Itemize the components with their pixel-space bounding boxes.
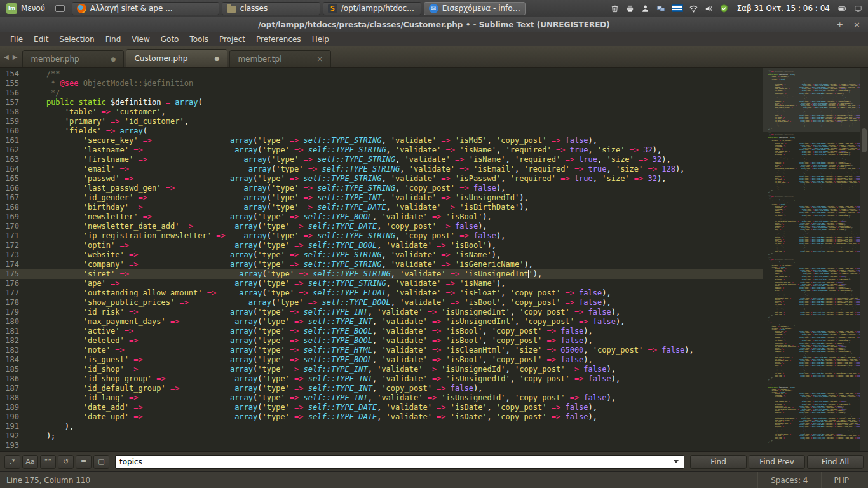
code-line-159[interactable]: 159 'primary' => 'id_customer', [0,117,763,126]
code-line-190[interactable]: 190 'date_upd' => array('type' => self::… [0,412,763,422]
battery-icon[interactable] [837,4,848,13]
search-combobox[interactable] [115,455,684,469]
whole-word-toggle-icon[interactable]: “” [40,455,56,469]
code-line-189[interactable]: 189 'date_add' => array('type' => self::… [0,403,763,412]
trash-icon[interactable] [610,4,620,13]
code-line-165[interactable]: 165 'passwd' => array('type' => self::TY… [0,174,763,184]
regex-toggle-icon[interactable]: .* [4,455,20,469]
code-line-180[interactable]: 180 'max_payment_days' => array('type' =… [0,317,763,327]
highlight-matches-toggle-icon[interactable]: ▢ [93,455,109,469]
tab-forward-button[interactable]: ▶ [13,53,18,60]
menu-help[interactable]: Help [307,34,334,45]
code-line-161[interactable]: 161 'secure_key' => array('type' => self… [0,136,763,146]
close-button[interactable]: × [853,20,860,29]
dirty-dot-icon[interactable]: ● [215,55,220,62]
code-line-166[interactable]: 166 'last_passwd_gen' => array('type' =>… [0,184,763,193]
menu-project[interactable]: Project [214,34,250,45]
volume-icon[interactable] [704,4,714,13]
close-tab-icon[interactable]: × [316,55,323,64]
code-line-192[interactable]: 192 ); [0,431,763,441]
minimize-button[interactable]: – [822,20,827,29]
taskbar-window-files[interactable]: classes [222,2,320,15]
code-line-175[interactable]: 175 'siret' => array('type' => self::TYP… [0,269,763,279]
code-line-154[interactable]: 154 /** [0,69,763,79]
code-line-186[interactable]: 186 'id_shop_group' => array('type' => s… [0,374,763,384]
code-line-185[interactable]: 185 'id_shop' => array('type' => self::T… [0,365,763,374]
taskbar-window-mail[interactable]: Εισερχόμενα - info@... [424,2,526,15]
code-line-163[interactable]: 163 'firstname' => array('type' => self:… [0,155,763,165]
find-all-button[interactable]: Find All [807,455,864,469]
code-line-193[interactable]: 193 [0,441,763,451]
case-sensitive-toggle-icon[interactable]: Aa [22,455,38,469]
menu-tools[interactable]: Tools [184,34,214,45]
code-line-172[interactable]: 172 'optin' => array('type' => self::TYP… [0,241,763,250]
code-line-169[interactable]: 169 'newsletter' => array('type' => self… [0,212,763,222]
tab-member-tpl[interactable]: member.tpl × [229,50,331,67]
code-line-170[interactable]: 170 'newsletter_date_add' => array('type… [0,222,763,231]
minimap[interactable]: /** * @see ObjectModel::$definition */ p… [763,68,860,451]
code-line-171[interactable]: 171 'ip_registration_newsletter' => arra… [0,231,763,241]
code-line-174[interactable]: 174 'company' => array('type' => self::T… [0,260,763,269]
minimap-viewport[interactable] [763,68,860,132]
code-line-183[interactable]: 183 'note' => array('type' => self::TYPE… [0,346,763,355]
shield-icon[interactable] [719,4,729,13]
code-line-179[interactable]: 179 'id_risk' => array('type' => self::T… [0,308,763,317]
tab-customer-php[interactable]: Customer.php ● [126,49,227,67]
wifi-icon[interactable] [689,4,698,13]
clock[interactable]: Σαβ 31 Οκτ, 15 : 06 : 04 [735,4,832,13]
code-line-181[interactable]: 181 'active' => array('type' => self::TY… [0,327,763,336]
show-desktop-button[interactable] [51,0,69,17]
printer-icon[interactable] [625,4,635,13]
desktop-panel: Μενού Αλλαγή siret & ape ... classes /op… [0,0,868,17]
title-bar[interactable]: /opt/lampp/htdocs/presta/classes/Custome… [0,17,868,32]
code-line-156[interactable]: 156 */ [0,88,763,98]
code-line-191[interactable]: 191 ), [0,422,763,431]
code-line-177[interactable]: 177 'outstanding_allow_amount' => array(… [0,288,763,298]
code-line-158[interactable]: 158 'table' => 'customer', [0,107,763,117]
vertical-scrollbar[interactable] [860,68,868,451]
syntax-mode[interactable]: PHP [821,472,862,488]
code-line-168[interactable]: 168 'birthday' => array('type' => self::… [0,203,763,212]
keyboard-layout-greek-icon[interactable] [672,4,683,12]
code-line-182[interactable]: 182 'deleted' => array('type' => self::T… [0,336,763,346]
code-line-176[interactable]: 176 'ape' => array('type' => self::TYPE_… [0,279,763,288]
find-button[interactable]: Find [690,455,747,469]
code-line-184[interactable]: 184 'is_guest' => array('type' => self::… [0,355,763,365]
code-line-178[interactable]: 178 'show_public_prices' => array('type'… [0,298,763,308]
maximize-button[interactable]: + [836,20,843,29]
menu-edit[interactable]: Edit [29,34,53,45]
menu-goto[interactable]: Goto [156,34,184,45]
code-area[interactable]: 154 /**155 * @see ObjectModel::$definiti… [0,68,763,451]
wrap-toggle-icon[interactable]: ↺ [58,455,74,469]
tab-back-button[interactable]: ◀ [4,53,9,60]
code-line-188[interactable]: 188 'id_lang' => array('type' => self::T… [0,393,763,403]
code-line-157[interactable]: 157 public static $definition = array( [0,98,763,107]
in-selection-toggle-icon[interactable]: ≡ [76,455,92,469]
code-line-167[interactable]: 167 'id_gender' => array('type' => self:… [0,193,763,203]
code-line-160[interactable]: 160 'fields' => array( [0,126,763,136]
search-input[interactable] [116,458,674,466]
dirty-dot-icon[interactable]: ● [111,56,116,62]
code-line-162[interactable]: 162 'lastname' => array('type' => self::… [0,146,763,155]
display-icon[interactable] [853,4,863,13]
menu-preferences[interactable]: Preferences [251,34,306,45]
taskbar-window-firefox[interactable]: Αλλαγή siret & ape ... [72,2,219,15]
find-prev-button[interactable]: Find Prev [749,455,805,469]
code-line-173[interactable]: 173 'website' => array('type' => self::T… [0,250,763,260]
menu-file[interactable]: File [5,34,28,45]
menu-selection[interactable]: Selection [54,34,99,45]
menu-view[interactable]: View [126,34,154,45]
network-icon[interactable] [656,4,666,13]
menu-button[interactable]: Μενού [0,0,51,17]
user-icon[interactable] [641,4,650,13]
code-line-164[interactable]: 164 'email' => array('type' => self::TYP… [0,165,763,174]
code-line-187[interactable]: 187 'id_default_group' => array('type' =… [0,384,763,393]
chevron-down-icon[interactable] [674,460,679,463]
indent-setting[interactable]: Spaces: 4 [757,472,820,488]
tab-member-php[interactable]: member.php ● [22,50,124,67]
menu-find[interactable]: Find [100,34,126,45]
code-line-155[interactable]: 155 * @see ObjectModel::$definition [0,79,763,88]
taskbar-window-sublime[interactable]: /opt/lampp/htdocs/p... [323,2,421,15]
scrollbar-thumb[interactable] [862,128,867,152]
line-number: 156 [0,88,28,98]
